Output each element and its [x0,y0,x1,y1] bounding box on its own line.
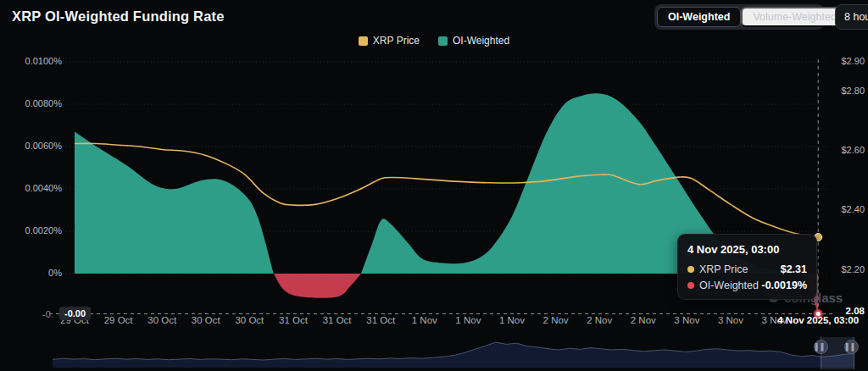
oi-weighted-dot-icon [687,282,694,289]
tooltip-label: XRP Price [699,263,748,275]
funding-rate-chart-plot[interactable]: coinglass 0.0100%0.0080%0.0060%0.0040%0.… [0,0,868,332]
tooltip-row-xrp-price: XRP Price $2.31 [687,263,807,275]
axis-tick-label: 0.0040% [7,183,62,193]
xrp-price-dot-icon [687,266,694,273]
axis-tick-label: 0.0100% [7,56,62,66]
tooltip-value: $2.31 [781,263,807,275]
navigator-right-handle[interactable]: ▌▌ [844,340,859,354]
tooltip-value: -0.0019% [761,280,807,291]
axis-tick-label: 0.0060% [7,141,62,151]
left-axis-crosshair-badge: -0.00 [59,307,91,320]
left-axis-edge-label: -0. [42,309,53,319]
axis-tick-label: $2.80 [836,86,865,96]
navigator-left-handle[interactable]: ▌▌ [814,340,828,354]
axis-tick-label: 0% [7,268,62,278]
axis-tick-label: 0.0020% [7,225,62,235]
tooltip-timestamp: 4 Nov 2025, 03:00 [687,243,807,256]
axis-tick-label: 0.0080% [7,98,62,108]
axis-tick-label: $2.40 [836,204,865,214]
range-navigator[interactable]: ▌▌ ▌▌ [0,334,868,371]
navigator-svg [0,334,868,371]
coinglass-funding-chart-page: { "header": { "title": "XRP OI-Weighted … [0,0,868,371]
x-axis-crosshair-label: 4 Nov 2025, 03:00 [770,315,866,325]
chart-tooltip: 4 Nov 2025, 03:00 XRP Price $2.31 OI-Wei… [677,234,817,300]
axis-tick-label: $2.90 [836,56,865,66]
axis-tick-label: $2.20 [836,264,865,274]
axis-tick-label: $2.60 [836,145,865,155]
tooltip-label: OI-Weighted [699,280,759,291]
tooltip-row-oi-weighted: OI-Weighted -0.0019% [687,280,807,291]
right-axis-crosshair-label: 2.08 [836,306,865,316]
